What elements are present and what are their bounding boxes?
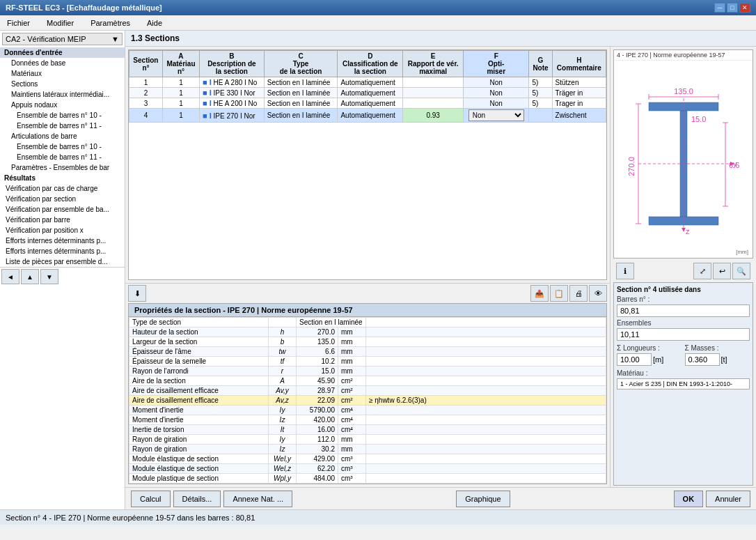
content-area: 1.3 Sections Sectionn° AMatériaun° BDesc… xyxy=(125,31,756,509)
longueurs-unit: [m] xyxy=(653,355,663,364)
table-row[interactable]: 2 1 ■ I IPE 330 I Nor Section en I lamin… xyxy=(129,88,606,98)
status-bar: Section n° 4 - IPE 270 | Norme européenn… xyxy=(0,509,756,525)
prop-row-avz: Aire de cisaillement efficace Av,z 22.09… xyxy=(129,396,606,406)
longueurs-value: 10.00 xyxy=(617,353,652,366)
prop-row-rz: Rayon de giration Iz 30.2 mm xyxy=(129,445,606,454)
col-section-num: Sectionn° xyxy=(129,51,163,77)
sidebar-item-materiaux[interactable]: Matériaux xyxy=(0,68,125,79)
svg-text:15.0: 15.0 xyxy=(691,115,706,123)
table-toolbar: ⬇ 📤 📋 🖨 👁 xyxy=(125,283,610,303)
col-type: CTypede la section xyxy=(264,51,338,77)
prop-row-iy: Moment d'inertie Iy 5790.00 cm⁴ xyxy=(129,406,606,415)
sidebar-item-appuis[interactable]: Appuis nodaux xyxy=(0,100,125,110)
sidebar-item-articulations[interactable]: Articulations de barre xyxy=(0,131,125,141)
prop-row-wely: Module élastique de section Wel,y 429.00… xyxy=(129,454,606,464)
print-button[interactable]: 🖨 xyxy=(569,285,588,302)
sidebar-item-ensemble11b[interactable]: Ensemble de barres n° 11 - xyxy=(0,152,125,162)
import-button[interactable]: ⬇ xyxy=(128,285,146,302)
sidebar-nav-down[interactable]: ▼ xyxy=(40,269,58,284)
prop-row-r: Rayon de l'arrondi r 15.0 mm xyxy=(129,367,606,376)
close-button[interactable]: ✕ xyxy=(739,3,750,13)
menu-modifier[interactable]: Modifier xyxy=(42,17,78,29)
menu-fichier[interactable]: Fichier xyxy=(3,17,34,29)
prop-row-avy: Aire de cisaillement efficace Av,y 28.97… xyxy=(129,386,606,396)
section-usage-panel: Section n° 4 utilisée dans Barres n° : 8… xyxy=(613,282,753,486)
sidebar-item-verif-position[interactable]: Vérification par position x xyxy=(0,225,125,236)
svg-text:135.0: 135.0 xyxy=(674,87,693,95)
table-row-selected[interactable]: 4 1 ■ I IPE 270 I Nor Section en I lamin… xyxy=(129,109,606,123)
action-bar: Calcul Détails... Annexe Nat. ... Graphi… xyxy=(125,487,756,509)
sidebar-item-verif-cas[interactable]: Vérification par cas de charge xyxy=(0,183,125,194)
annexe-button[interactable]: Annexe Nat. ... xyxy=(223,491,292,507)
sidebar-nav-up[interactable]: ▲ xyxy=(21,269,39,284)
longueurs-label: Σ Longueurs : xyxy=(617,344,682,352)
zoom-fit-button[interactable]: ⤢ xyxy=(693,263,711,279)
sidebar-item-verif-section[interactable]: Vérification par section xyxy=(0,194,125,204)
ensembles-field: 10,11 xyxy=(617,328,750,341)
maximize-button[interactable]: □ xyxy=(727,3,738,13)
sections-table-container[interactable]: Sectionn° AMatériaun° BDescription dela … xyxy=(128,49,607,280)
sidebar-item-donnees-base[interactable]: Données de base xyxy=(0,58,125,68)
properties-panel: Propriétés de la section - IPE 270 | Nor… xyxy=(128,303,607,484)
sidebar-item-sections[interactable]: Sections xyxy=(0,79,125,89)
zoom-previous-button[interactable]: ↩ xyxy=(713,263,731,279)
app-title: RF-STEEL EC3 - [Echaffaudage métallique] xyxy=(6,3,162,12)
col-commentaire: HCommentaire xyxy=(552,51,606,77)
prop-row-largeur: Largeur de la section b 135.0 mm xyxy=(129,337,606,347)
properties-title: Propriétés de la section - IPE 270 | Nor… xyxy=(129,304,606,317)
sidebar-item-ensemble10b[interactable]: Ensemble de barres n° 10 - xyxy=(0,141,125,152)
properties-scroll[interactable]: Type de section Section en I laminée Hau… xyxy=(129,317,606,484)
prop-row-iz: Moment d'inertie Iz 420.00 cm⁴ xyxy=(129,415,606,425)
sidebar-results-title: Résultats xyxy=(0,173,125,183)
menu-bar: Fichier Modifier Paramètres Aide xyxy=(0,15,756,31)
table-row[interactable]: 3 1 ■ I HE A 200 I No Section en I lamin… xyxy=(129,98,606,109)
details-button[interactable]: Détails... xyxy=(173,491,221,507)
case-dropdown[interactable]: CA2 - Vérification MEIP ▼ xyxy=(2,33,123,45)
col-rapport: ERapport de vér.maximal xyxy=(403,51,464,77)
sidebar-item-verif-ensemble[interactable]: Vérification par ensemble de ba... xyxy=(0,204,125,215)
ok-button[interactable]: OK xyxy=(674,491,704,507)
view-button[interactable]: 👁 xyxy=(589,285,607,302)
sidebar-item-maintiens[interactable]: Maintiens latéraux intermédiai... xyxy=(0,89,125,100)
zoom-in-button[interactable]: 🔍 xyxy=(732,263,750,279)
svg-text:z: z xyxy=(686,227,690,236)
menu-parametres[interactable]: Paramètres xyxy=(86,17,134,29)
svg-text:270.0: 270.0 xyxy=(627,157,636,176)
sidebar-item-verif-barre[interactable]: Vérification par barre xyxy=(0,215,125,225)
masses-unit: [t] xyxy=(721,355,727,364)
col-classification: DClassification dela section xyxy=(338,51,403,77)
prop-row-tw: Épaisseur de l'âme tw 6.6 mm xyxy=(129,347,606,357)
drawing-unit: [mm] xyxy=(736,249,748,255)
sidebar-item-parametres-ensemble[interactable]: Paramètres - Ensembles de bar xyxy=(0,162,125,173)
drawing-toolbar: ℹ ⤢ ↩ 🔍 xyxy=(613,261,753,281)
optimiser-dropdown[interactable]: Non De la série actuelle xyxy=(468,109,524,121)
masses-value: 0.360 xyxy=(685,353,720,366)
sidebar-item-liste-pieces[interactable]: Liste de pièces par ensemble d... xyxy=(0,256,125,267)
bars-field: 80,81 xyxy=(617,304,750,317)
copy-button[interactable]: 📋 xyxy=(550,285,568,302)
sidebar-section-donnees: Données d'entrée xyxy=(0,47,125,58)
bars-label: Barres n° : xyxy=(617,295,750,303)
table-row[interactable]: 1 1 ■ I HE A 280 I No Section en I lamin… xyxy=(129,77,606,88)
drawing-title: 4 - IPE 270 | Norme européenne 19-57 xyxy=(614,50,753,61)
window-controls: ─ □ ✕ xyxy=(714,3,750,13)
section-header: 1.3 Sections xyxy=(125,31,756,47)
minimize-button[interactable]: ─ xyxy=(714,3,725,13)
sidebar-nav-prev[interactable]: ◄ xyxy=(1,269,19,284)
sidebar-item-efforts2[interactable]: Efforts internes déterminants p... xyxy=(0,246,125,256)
main-container: CA2 - Vérification MEIP ▼ Données d'entr… xyxy=(0,31,756,509)
info-button[interactable]: ℹ xyxy=(616,263,634,279)
prop-row-aire: Aire de la section A 45.90 cm² xyxy=(129,376,606,386)
sidebar-item-ensemble11a[interactable]: Ensemble de barres n° 11 - xyxy=(0,121,125,131)
calcul-button[interactable]: Calcul xyxy=(131,491,171,507)
graphique-button[interactable]: Graphique xyxy=(456,491,510,507)
export-button[interactable]: 📤 xyxy=(530,285,549,302)
title-bar: RF-STEEL EC3 - [Echaffaudage métallique]… xyxy=(0,0,756,15)
menu-aide[interactable]: Aide xyxy=(143,17,166,29)
sidebar-item-ensemble10a[interactable]: Ensemble de barres n° 10 - xyxy=(0,110,125,121)
content-split: Sectionn° AMatériaun° BDescription dela … xyxy=(125,47,756,487)
status-text: Section n° 4 - IPE 270 | Norme européenn… xyxy=(6,514,255,522)
sidebar-item-efforts1[interactable]: Efforts internes déterminants p... xyxy=(0,236,125,246)
annuler-button[interactable]: Annuler xyxy=(706,491,750,507)
prop-row-hauteur: Hauteur de la section h 270.0 mm xyxy=(129,327,606,337)
